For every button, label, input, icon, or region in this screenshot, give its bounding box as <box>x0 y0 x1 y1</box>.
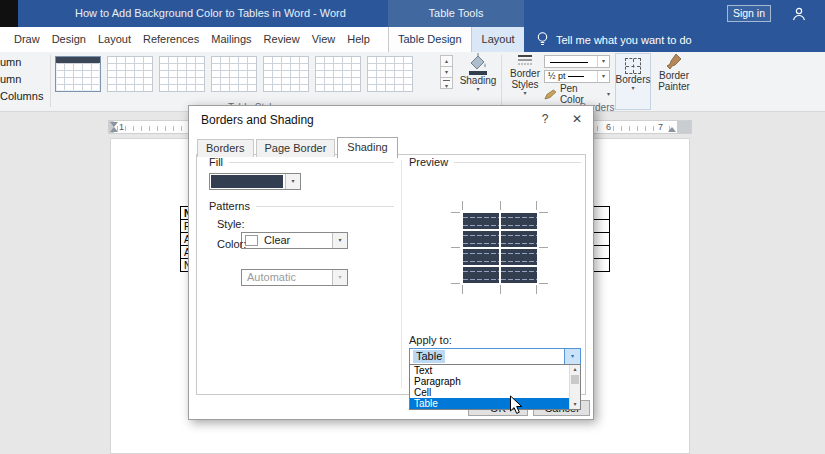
table-cell[interactable] <box>593 258 610 272</box>
preview-table-graphic <box>463 213 537 283</box>
table-style-thumbnail[interactable] <box>211 56 257 92</box>
pattern-style-dropdown-icon: ▾ <box>332 233 347 248</box>
tell-me-label: Tell me what you want to do <box>556 34 692 46</box>
mouse-cursor <box>509 395 523 419</box>
word-window: How to Add Background Color to Tables in… <box>0 0 825 454</box>
contextual-tabs: Table Design Layout <box>388 27 525 52</box>
border-styles-button[interactable]: Border Styles ▾ <box>506 53 544 110</box>
ribbon-tab-help[interactable]: Help <box>341 27 376 52</box>
scrollbar-down-icon[interactable]: ▾ <box>570 400 580 409</box>
ribbon-tab-table-layout[interactable]: Layout <box>472 27 525 52</box>
table-style-thumbnail[interactable] <box>159 56 205 92</box>
shading-button[interactable]: Shading ▾ <box>458 53 498 110</box>
table-cell[interactable] <box>593 206 610 220</box>
ribbon-tab-mailings[interactable]: Mailings <box>205 27 257 52</box>
crop-mark <box>500 201 501 210</box>
ribbon-tab-draw[interactable]: Draw <box>8 27 46 52</box>
crop-mark <box>462 201 463 210</box>
pen-weight-value: ½ pt <box>545 71 566 81</box>
pen-weight-line-preview <box>568 76 584 77</box>
ruler-number-6: 6 <box>605 122 612 132</box>
pattern-style-swatch <box>245 235 258 246</box>
crop-mark <box>500 285 501 294</box>
shading-label: Shading <box>460 75 497 86</box>
dialog-tabs: Borders Page Border Shading <box>197 137 400 157</box>
border-painter-label-2: Painter <box>658 81 690 92</box>
share-person-icon[interactable] <box>791 6 807 26</box>
table-style-thumbnail[interactable] <box>367 56 413 92</box>
table-cell[interactable] <box>593 219 610 233</box>
fill-color-swatch <box>211 175 283 188</box>
patterns-label: Patterns <box>209 200 250 212</box>
dialog-tab-borders[interactable]: Borders <box>197 139 254 157</box>
paint-bucket-icon <box>468 53 488 70</box>
preview-section-header: Preview <box>409 156 581 168</box>
scrollbar-up-icon[interactable]: ▴ <box>570 365 580 374</box>
table-tools-context-header: Table Tools <box>388 0 524 27</box>
gallery-more-icon[interactable]: ▾ <box>440 77 453 89</box>
app-icon-area <box>0 0 18 27</box>
dropdown-scrollbar[interactable]: ▴ ▾ <box>569 365 580 409</box>
dialog-tab-page-border[interactable]: Page Border <box>256 139 336 157</box>
apply-to-combobox[interactable]: Table ▾ <box>409 348 581 365</box>
table-styles-gallery <box>55 56 413 92</box>
crop-mark <box>539 283 548 284</box>
border-styles-icon <box>516 53 534 68</box>
right-indent-marker[interactable] <box>668 127 676 132</box>
dropdown-option-table-selected[interactable]: Table <box>410 398 569 409</box>
style-option-fragment-2: umn <box>0 73 21 85</box>
table-style-thumbnail[interactable] <box>107 56 153 92</box>
apply-to-value: Table <box>413 350 445 363</box>
pen-weight-dropdown[interactable]: ½ pt ▾ <box>544 70 610 83</box>
border-painter-label-1: Border <box>659 70 689 81</box>
shading-dropdown-icon: ▾ <box>476 86 479 92</box>
left-indent-marker[interactable] <box>110 127 118 132</box>
pen-icon <box>544 89 557 100</box>
dialog-tab-shading[interactable]: Shading <box>337 137 397 158</box>
ruler-number-1: 1 <box>118 122 125 132</box>
dropdown-option-text[interactable]: Text <box>410 365 569 376</box>
fill-color-dropdown[interactable]: ▾ <box>209 173 301 190</box>
document-table-right-edge[interactable] <box>593 207 610 272</box>
window-title: How to Add Background Color to Tables in… <box>75 0 346 27</box>
ruler-right-margin <box>677 121 691 133</box>
group-separator <box>501 55 502 107</box>
ribbon-tab-view[interactable]: View <box>306 27 342 52</box>
border-painter-button[interactable]: Border Painter <box>654 53 694 110</box>
table-style-thumbnail-selected[interactable] <box>55 56 101 92</box>
table-style-thumbnail[interactable] <box>263 56 309 92</box>
ribbon-tab-layout[interactable]: Layout <box>92 27 137 52</box>
pen-weight-dropdown-icon: ▾ <box>597 71 609 82</box>
ribbon-tab-design[interactable]: Design <box>46 27 92 52</box>
ribbon-content: umn umn Columns ▴ ▾ ▾ Shading <box>0 52 825 112</box>
dialog-close-icon[interactable]: ✕ <box>563 106 591 132</box>
table-cell[interactable] <box>593 245 610 259</box>
pattern-color-dropdown[interactable]: Automatic ▾ <box>241 269 348 286</box>
pen-color-button[interactable]: Pen Color ▾ <box>544 87 610 101</box>
ribbon-tab-table-design-active[interactable]: Table Design <box>388 27 472 52</box>
scrollbar-thumb[interactable] <box>571 375 579 384</box>
dropdown-option-cell[interactable]: Cell <box>410 387 569 398</box>
style-option-fragment-1: umn <box>0 56 21 68</box>
pen-style-line-preview <box>550 62 588 63</box>
crop-mark <box>451 212 460 213</box>
pen-style-dropdown[interactable]: ▾ <box>544 55 610 68</box>
borders-button[interactable]: Borders ▾ <box>615 53 651 110</box>
table-cell[interactable] <box>593 232 610 246</box>
crop-mark <box>462 285 463 294</box>
color-label: Color: <box>217 238 246 250</box>
pattern-style-dropdown[interactable]: Clear ▾ <box>241 232 348 249</box>
apply-to-dropdown-icon[interactable]: ▾ <box>564 349 580 364</box>
ribbon-tab-references[interactable]: References <box>137 27 205 52</box>
crop-mark <box>539 247 548 248</box>
sign-in-button[interactable]: Sign in <box>727 5 771 22</box>
title-bar: How to Add Background Color to Tables in… <box>0 0 825 27</box>
crop-mark <box>539 212 548 213</box>
dropdown-option-paragraph[interactable]: Paragraph <box>410 376 569 387</box>
crop-mark <box>451 283 460 284</box>
dialog-help-icon[interactable]: ? <box>531 106 559 132</box>
table-style-thumbnail[interactable] <box>315 56 361 92</box>
tell-me-box[interactable]: Tell me what you want to do <box>524 27 825 52</box>
crop-mark <box>536 201 537 210</box>
ribbon-tab-review[interactable]: Review <box>258 27 306 52</box>
